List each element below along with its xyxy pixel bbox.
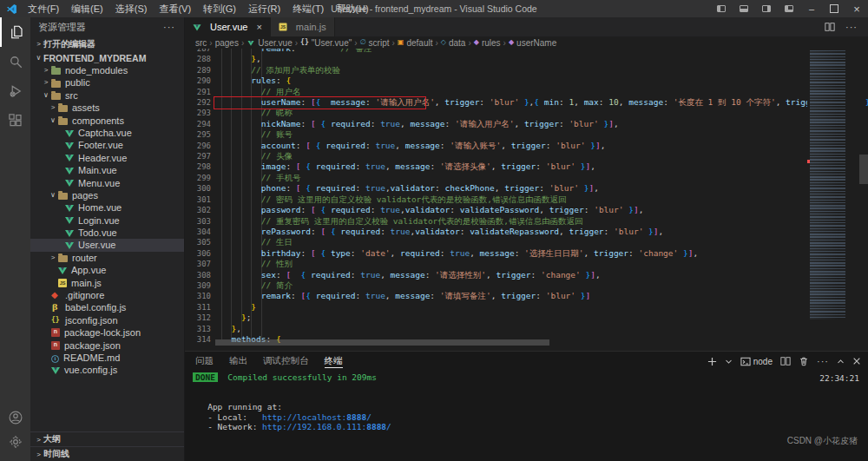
- tree-item-src[interactable]: ∨src: [30, 89, 184, 102]
- terminal-output[interactable]: DONE Compiled successfully in 209ms App …: [185, 372, 868, 461]
- search-icon[interactable]: [0, 47, 30, 76]
- account-icon[interactable]: [0, 405, 30, 430]
- menu-item[interactable]: 编辑(E): [65, 0, 109, 17]
- vertical-scrollbar[interactable]: [859, 155, 868, 184]
- close-tab-icon[interactable]: ×: [256, 22, 261, 32]
- breadcrumb-item[interactable]: {}"User.vue": [300, 38, 352, 48]
- split-editor-icon[interactable]: [825, 22, 835, 32]
- terminal-dropdown-icon[interactable]: [725, 358, 733, 366]
- menu-item[interactable]: 运行(R): [242, 0, 286, 17]
- panel-more-icon[interactable]: ···: [817, 356, 829, 366]
- tree-item-assets[interactable]: >assets: [30, 102, 184, 114]
- run-and-debug-icon[interactable]: [0, 76, 30, 106]
- breadcrumb-item[interactable]: ▣default: [398, 38, 433, 48]
- tree-item-Footer.vue[interactable]: Footer.vue: [30, 139, 184, 151]
- tree-item-node_modules[interactable]: >node_modules: [30, 64, 184, 76]
- tab-main.js[interactable]: main.js: [271, 17, 335, 36]
- breadcrumb-item[interactable]: pages: [215, 38, 239, 48]
- terminal-shell-selector[interactable]: node: [740, 357, 773, 366]
- tree-item-README.md[interactable]: README.md: [30, 352, 184, 364]
- line-number: 290: [185, 76, 221, 86]
- tree-item-babel.config.js[interactable]: babel.config.js: [30, 301, 184, 313]
- tree-item-vue.config.js[interactable]: vue.config.js: [30, 364, 184, 376]
- vue-icon: [65, 204, 74, 212]
- tree-item-components[interactable]: ∨components: [30, 115, 184, 127]
- tree-item-User.vue[interactable]: User.vue: [30, 239, 184, 251]
- minimap[interactable]: [807, 49, 859, 351]
- customize-layout-icon[interactable]: [778, 0, 800, 17]
- tree-item-main.js[interactable]: main.js: [30, 277, 184, 289]
- sidebar-more-icon[interactable]: ···: [163, 22, 175, 32]
- terminal-text: - Local:: [193, 412, 262, 422]
- breadcrumb-item[interactable]: User.vue: [247, 38, 292, 48]
- tree-item-.gitignore[interactable]: .gitignore: [30, 289, 184, 301]
- tree-item-Todo.vue[interactable]: Todo.vue: [30, 227, 184, 239]
- menu-item[interactable]: 帮助(H): [330, 0, 374, 17]
- tree-item-Captcha.vue[interactable]: Captcha.vue: [30, 127, 184, 139]
- kill-terminal-trash-icon[interactable]: [799, 356, 809, 366]
- project-root-row[interactable]: ∨ FRONTEND_MYDREAM: [30, 51, 184, 64]
- settings-gear-icon[interactable]: [0, 430, 30, 454]
- tree-item-Header.vue[interactable]: Header.vue: [30, 152, 184, 164]
- breadcrumb-item[interactable]: ◇data: [441, 38, 466, 48]
- panel-tab-输出[interactable]: 输出: [229, 352, 247, 370]
- breadcrumb-item[interactable]: ∅script: [360, 38, 390, 48]
- terminal-link[interactable]: /: [386, 422, 391, 431]
- tree-item-pages[interactable]: ∨pages: [30, 189, 184, 201]
- vue-icon: [65, 154, 74, 161]
- more-actions-icon[interactable]: ···: [845, 22, 858, 32]
- code-text: nickName: [ { required: true, message: '…: [221, 119, 619, 129]
- folder-icon: [58, 255, 68, 262]
- tree-item-Main.vue[interactable]: Main.vue: [30, 164, 184, 176]
- menu-item[interactable]: 转到(G): [197, 0, 242, 17]
- panel-tab-调试控制台[interactable]: 调试控制台: [263, 352, 309, 370]
- outline-section[interactable]: > 大纲: [30, 431, 184, 446]
- code-line-294: 294 nickName: [ { required: true, messag…: [185, 119, 868, 129]
- breadcrumb-item[interactable]: ◆userName: [509, 38, 556, 48]
- breadcrumb-separator: ›: [503, 38, 506, 48]
- open-editors-section[interactable]: > 打开的编辑器: [30, 36, 184, 51]
- tree-item-App.vue[interactable]: App.vue: [30, 264, 184, 276]
- panel-tab-问题[interactable]: 问题: [195, 352, 214, 370]
- menu-item[interactable]: 查看(V): [153, 0, 197, 17]
- explorer-icon[interactable]: [0, 17, 30, 47]
- tree-item-package-lock.json[interactable]: package-lock.json: [30, 326, 184, 339]
- menu-item[interactable]: 文件(F): [22, 0, 65, 17]
- tree-item-package.json[interactable]: package.json: [30, 339, 184, 352]
- split-terminal-icon[interactable]: [780, 356, 791, 366]
- git-icon: [51, 291, 61, 300]
- terminal-link[interactable]: http://localhost:: [262, 412, 346, 422]
- close-panel-icon[interactable]: [852, 357, 861, 366]
- maximize-button[interactable]: [823, 0, 845, 17]
- terminal-link[interactable]: 8888: [366, 422, 386, 431]
- close-button[interactable]: ×: [845, 0, 868, 17]
- toggle-secondary-sidebar-icon[interactable]: [755, 0, 778, 17]
- tree-item-Menu.vue[interactable]: Menu.vue: [30, 177, 184, 189]
- terminal-link[interactable]: 8888: [346, 412, 366, 422]
- tree-item-Home.vue[interactable]: Home.vue: [30, 201, 184, 214]
- tab-User.vue[interactable]: User.vue×: [185, 17, 271, 36]
- breadcrumb-item[interactable]: src: [195, 38, 207, 48]
- terminal-link[interactable]: /: [366, 412, 372, 422]
- toggle-sidebar-icon[interactable]: [710, 0, 733, 17]
- timeline-section[interactable]: > 时间线: [30, 446, 184, 461]
- panel-tab-终端[interactable]: 终端: [325, 352, 343, 370]
- terminal-link[interactable]: http://192.168.0.111:: [262, 422, 366, 431]
- horizontal-scrollbar[interactable]: [215, 339, 549, 346]
- tree-item-Login.vue[interactable]: Login.vue: [30, 214, 184, 227]
- menu-item[interactable]: 终端(T): [286, 0, 330, 17]
- minimize-button[interactable]: –: [800, 0, 823, 17]
- breadcrumb-item[interactable]: ◆rules: [474, 38, 501, 48]
- chevron-down-icon: ∨: [48, 115, 58, 127]
- code-text: },: [221, 54, 261, 64]
- terminal-line: [193, 392, 868, 402]
- maximize-panel-icon[interactable]: [837, 358, 845, 366]
- code-editor[interactable]: 287 remark: '' // 备注288 },289 // 添加用户表单的…: [185, 49, 868, 351]
- menu-item[interactable]: 选择(S): [109, 0, 154, 17]
- tree-item-jsconfig.json[interactable]: jsconfig.json: [30, 314, 184, 326]
- toggle-panel-icon[interactable]: [733, 0, 755, 17]
- extensions-icon[interactable]: [0, 106, 30, 135]
- tree-item-router[interactable]: >router: [30, 252, 184, 264]
- tree-item-public[interactable]: >public: [30, 76, 184, 89]
- new-terminal-icon[interactable]: [707, 357, 717, 366]
